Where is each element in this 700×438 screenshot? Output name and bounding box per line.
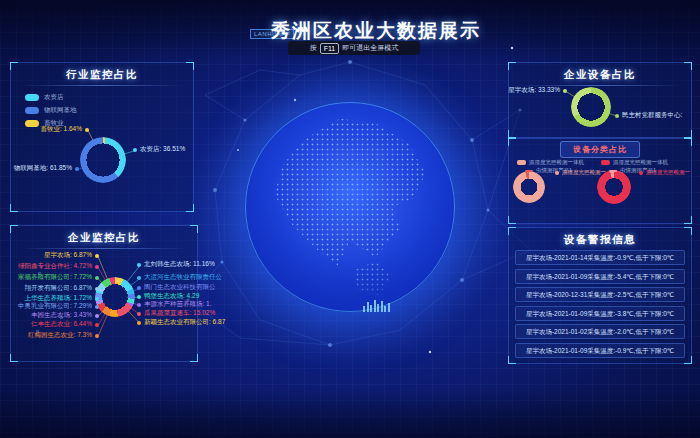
callout-dot (95, 276, 99, 280)
chart-callout: 绿阳鑫专业合作社: 4.72% (18, 262, 99, 271)
f11-key: F11 (320, 43, 340, 54)
alarm-row[interactable]: 星宇农场-2020-12-31采集温度:-2.5℃,低于下限:0℃ (515, 287, 685, 302)
callout-dot (95, 314, 99, 318)
legend-item[interactable]: 农资店 (25, 93, 64, 102)
panel-title: 企业设备占比 (509, 68, 691, 82)
callout-text: 温湿度光照检测一 (562, 169, 606, 176)
chart-callout: 温湿度光照检测一 (639, 169, 690, 176)
chart-callout: 新颖生态农业有限公司: 6.87 (137, 318, 225, 327)
chart-callout: 瓜果蔬菜直通车: 15.02% (137, 309, 215, 318)
legend-swatch (25, 107, 39, 114)
tip-suffix: 即可退出全屏模式 (342, 43, 398, 53)
legend-item[interactable]: 温湿度光照检测一体机 (517, 159, 584, 166)
callout-text: 农资店: 36.51% (140, 145, 185, 154)
callout-text: 星宇农场: 33.33% (508, 86, 560, 95)
panel-title: 行业监控占比 (11, 68, 193, 82)
alarms-panel: 设备警报信息 星宇农场-2021-01-14采集温度:-0.9℃,低于下限:0℃… (508, 227, 692, 364)
chart-callout: 物联网基地: 61.85% (14, 164, 79, 173)
corner-accent (190, 354, 198, 362)
callout-dot (555, 171, 559, 175)
chart-callout: 中奥乳业有限公司: 7.29% (18, 302, 99, 311)
legend-swatch (609, 170, 617, 172)
chart-callout: 民主村党群服务中心: (615, 111, 682, 120)
callout-text: 北刘韩生态农场: 11.16% (144, 260, 215, 269)
chart-callout: 农资店: 36.51% (133, 145, 185, 154)
equipment-panel: 企业设备占比 星宇农场: 33.33% 民主村党群服务中心: (508, 62, 692, 138)
callout-dot (639, 171, 643, 175)
chart-callout: 仁丰生态农业: 6.44% (31, 320, 99, 329)
callout-dot (95, 323, 99, 327)
legend-item[interactable]: 温湿度光照检测一体机 (601, 159, 668, 166)
callout-text: 大运河生态牧业有限责任公 (144, 273, 222, 282)
callout-dot (95, 287, 99, 291)
corner-accent (508, 138, 516, 146)
corner-accent (508, 216, 516, 224)
chart-callout: 家福养殖有限公司: 7.72% (18, 273, 99, 282)
callout-dot (85, 128, 89, 132)
alarm-row[interactable]: 星宇农场-2021-01-09采集温度:-0.9℃,低于下限:0℃ (515, 343, 685, 358)
panel-title: 企业监控占比 (11, 231, 197, 245)
alarm-row[interactable]: 星宇农场-2021-01-09采集温度:-3.8℃,低于下限:0℃ (515, 306, 685, 321)
corner-accent (186, 204, 194, 212)
chart-callout: 温湿度光照检测一 (555, 169, 606, 176)
panel-title: 设备警报信息 (509, 233, 691, 247)
globe-ring (245, 102, 455, 312)
chart-callout: 陶门生态农业科技有限公 (137, 283, 216, 292)
alarm-row[interactable]: 星宇农场-2021-01-09采集温度:-5.4℃,低于下限:0℃ (515, 269, 685, 284)
callout-dot (133, 148, 137, 152)
corner-accent (10, 354, 18, 362)
tip-prefix: 按 (310, 43, 317, 53)
chart-callout: 星宇农场: 6.87% (44, 251, 99, 260)
callout-dot (95, 334, 99, 338)
corner-accent (684, 356, 692, 364)
legend-swatch (601, 160, 610, 165)
legend-label: 农资店 (44, 93, 64, 102)
dashboard: LANHUAPP 秀洲区农业大数据展示 按 F11 即可退出全屏模式 行业监控占… (0, 0, 700, 438)
callout-dot (95, 265, 99, 269)
callout-text: 温湿度光照检测一 (646, 169, 690, 176)
legend-swatch (525, 170, 533, 172)
industry-donut-chart[interactable] (80, 137, 126, 183)
callout-dot (137, 321, 141, 325)
globe-equalizer-bars (363, 300, 390, 312)
corner-accent (684, 138, 692, 146)
callout-dot (615, 114, 619, 118)
chart-callout: 北刘韩生态农场: 11.16% (137, 260, 215, 269)
legend-label: 温湿度光照检测一体机 (529, 159, 584, 166)
chart-callout: 翔开发有限公司: 6.87% (24, 284, 99, 293)
alarm-row[interactable]: 星宇农场-2021-01-14采集温度:-0.9℃,低于下限:0℃ (515, 250, 685, 265)
corner-accent (508, 130, 516, 138)
chart-callout: 红梅园生态农业: 7.3% (28, 331, 99, 340)
callout-dot (137, 286, 141, 290)
callout-text: 物联网基地: 61.85% (14, 164, 72, 173)
callout-text: 星宇农场: 6.87% (44, 251, 92, 260)
device-class-left-donut[interactable] (513, 171, 545, 203)
globe-visualization (245, 102, 455, 312)
fullscreen-tip: 按 F11 即可退出全屏模式 (288, 41, 420, 55)
divider (20, 85, 184, 86)
equipment-donut-chart[interactable] (571, 87, 611, 127)
callout-dot (563, 89, 567, 93)
callout-text: 陶门生态农业科技有限公 (144, 283, 216, 292)
chart-callout: 丰园生态农场: 3.43% (31, 311, 99, 320)
callout-text: 绿阳鑫专业合作社: 4.72% (18, 262, 92, 271)
divider (20, 248, 187, 249)
enterprise-donut-chart[interactable] (95, 277, 135, 317)
callout-dot (137, 276, 141, 280)
callout-text: 仁丰生态农业: 6.44% (31, 320, 92, 329)
callout-dot (95, 305, 99, 309)
callout-text: 民主村党群服务中心: (622, 111, 682, 120)
callout-text: 翔开发有限公司: 6.87% (24, 284, 92, 293)
callout-text: 畜牧业: 1.64% (40, 125, 82, 134)
chart-callout: 星宇农场: 33.33% (508, 86, 567, 95)
legend-swatch (517, 160, 526, 165)
callout-text: 丰源水产种苗养殖场: 1. (144, 300, 212, 309)
corner-accent (10, 204, 18, 212)
legend-item[interactable]: 物联网基地 (25, 106, 77, 115)
callout-text: 家福养殖有限公司: 7.72% (18, 273, 92, 282)
chart-callout: 大运河生态牧业有限责任公 (137, 273, 222, 282)
corner-accent (684, 130, 692, 138)
callout-text: 红梅园生态农业: 7.3% (28, 331, 92, 340)
legend-swatch (25, 120, 39, 127)
alarm-row[interactable]: 星宇农场-2021-01-02采集温度:-2.0℃,低于下限:0℃ (515, 324, 685, 339)
